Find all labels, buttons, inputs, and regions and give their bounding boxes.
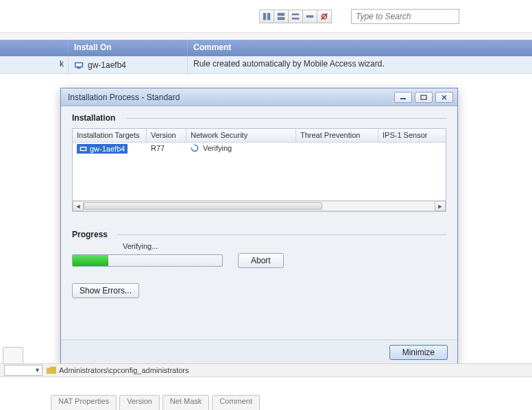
- side-tab[interactable]: [3, 347, 23, 363]
- search-input[interactable]: [354, 11, 461, 22]
- scroll-thumb[interactable]: [84, 202, 322, 210]
- scroll-track[interactable]: [84, 201, 435, 211]
- progress-bar: [72, 254, 223, 267]
- show-errors-button[interactable]: Show Errors...: [72, 283, 139, 298]
- cell-comment: Rule created automatically by Mobile Acc…: [188, 56, 532, 73]
- toolbar-btn-3[interactable]: [288, 10, 303, 23]
- scroll-left-arrow-icon[interactable]: ◄: [73, 201, 84, 211]
- window-maximize-button[interactable]: [415, 92, 433, 103]
- svg-rect-12: [76, 63, 82, 66]
- progress-bar-fill: [73, 255, 108, 266]
- dialog-titlebar[interactable]: Installation Process - Standard: [61, 88, 457, 106]
- rules-grid-header: Install On Comment: [0, 40, 532, 56]
- cell-install-on: gw-1aefb4: [69, 56, 188, 73]
- cell-install-on-text: gw-1aefb4: [88, 60, 126, 70]
- dialog-footer: Minimize: [61, 339, 457, 364]
- svg-rect-1: [267, 13, 270, 21]
- toolbar-btn-2[interactable]: [274, 10, 289, 23]
- target-name: gw-1aefb4: [90, 145, 125, 153]
- gateway-icon: [80, 145, 87, 153]
- th-targets[interactable]: Installation Targets: [73, 129, 147, 142]
- th-network[interactable]: Network Security: [186, 129, 296, 142]
- svg-rect-13: [77, 67, 80, 69]
- installation-group-label: Installation: [72, 113, 118, 123]
- installation-group: Installation Installation Targets Versio…: [72, 113, 446, 212]
- toolbar-btn-4[interactable]: [302, 10, 317, 23]
- cell-blank: k: [0, 56, 69, 73]
- scroll-right-arrow-icon[interactable]: ►: [435, 201, 446, 211]
- progress-status-text: Verifying...: [123, 242, 446, 250]
- col-header-comment[interactable]: Comment: [188, 40, 532, 56]
- rules-grid-row[interactable]: k gw-1aefb4 Rule created automatically b…: [0, 56, 532, 74]
- search-box[interactable]: [351, 9, 459, 24]
- target-selected: gw-1aefb4: [77, 144, 128, 154]
- tab-version[interactable]: Version: [119, 395, 160, 410]
- target-version: R77: [147, 143, 186, 156]
- progress-group-label: Progress: [72, 230, 110, 239]
- svg-rect-5: [292, 18, 300, 20]
- th-version[interactable]: Version: [147, 129, 186, 142]
- svg-rect-4: [292, 14, 300, 16]
- installation-targets-table: Installation Targets Version Network Sec…: [72, 128, 446, 212]
- svg-rect-19: [81, 147, 86, 149]
- tab-comment[interactable]: Comment: [212, 395, 260, 410]
- threat-cell: [296, 143, 378, 156]
- col-header-blank: [0, 40, 69, 56]
- group-divider: [117, 234, 446, 235]
- svg-rect-3: [278, 17, 285, 20]
- ips-cell: [378, 143, 446, 156]
- th-threat[interactable]: Threat Prevention: [296, 129, 378, 142]
- svg-rect-15: [421, 95, 426, 99]
- dialog-title: Installation Process - Standard: [68, 93, 394, 102]
- installation-dialog: Installation Process - Standard Installa…: [60, 88, 458, 365]
- tab-net-mask[interactable]: Net Mask: [162, 395, 209, 410]
- minimize-button[interactable]: Minimize: [389, 345, 448, 360]
- toolbar-btn-1[interactable]: [259, 10, 274, 23]
- network-status: Verifying: [191, 144, 232, 152]
- spinner-icon: [191, 144, 199, 152]
- toolbar-icon-group: [259, 10, 331, 23]
- network-status-text: Verifying: [203, 144, 232, 152]
- window-close-button[interactable]: [435, 92, 453, 103]
- svg-rect-0: [263, 13, 266, 21]
- abort-button[interactable]: Abort: [238, 253, 284, 268]
- targets-row[interactable]: gw-1aefb4 R77 Verifying: [73, 143, 446, 156]
- col-header-install-on[interactable]: Install On: [69, 40, 188, 56]
- targets-header: Installation Targets Version Network Sec…: [73, 129, 446, 143]
- svg-rect-14: [400, 98, 406, 99]
- svg-rect-2: [278, 13, 285, 16]
- path-text: Administrators\cpconfig_administrators: [59, 366, 189, 374]
- path-dropdown[interactable]: ▼: [4, 365, 43, 376]
- svg-rect-6: [306, 15, 314, 18]
- folder-icon: [47, 366, 56, 374]
- path-bar: ▼ Administrators\cpconfig_administrators: [0, 363, 532, 377]
- bottom-tab-strip: NAT Properties Version Net Mask Comment: [0, 395, 532, 410]
- toolbar-btn-5[interactable]: [317, 10, 332, 23]
- top-toolbar: [0, 0, 532, 33]
- tab-nat-properties[interactable]: NAT Properties: [51, 395, 117, 410]
- progress-group: Progress Verifying... Abort Show Errors.…: [72, 230, 446, 298]
- gateway-icon: [74, 60, 84, 70]
- group-divider: [127, 118, 446, 119]
- window-minimize-button[interactable]: [394, 92, 412, 103]
- th-ips[interactable]: IPS-1 Sensor: [378, 129, 446, 142]
- table-h-scrollbar[interactable]: ◄ ►: [73, 200, 446, 211]
